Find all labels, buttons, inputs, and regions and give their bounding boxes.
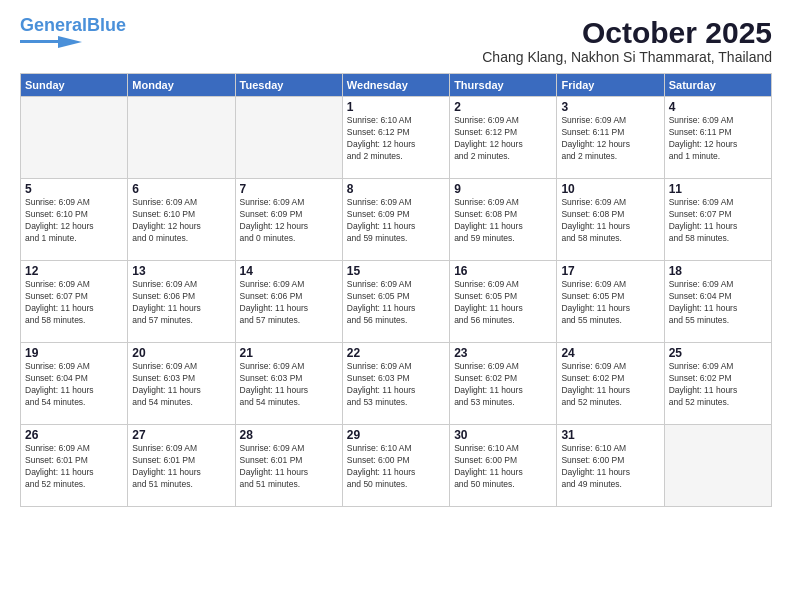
header-friday: Friday [557,74,664,97]
logo: GeneralBlue [20,16,126,48]
day-number: 28 [240,428,338,442]
day-number: 1 [347,100,445,114]
day-info: Sunrise: 6:09 AM Sunset: 6:03 PM Dayligh… [132,361,230,409]
calendar-cell-w1-d7: 4Sunrise: 6:09 AM Sunset: 6:11 PM Daylig… [664,97,771,179]
day-info: Sunrise: 6:09 AM Sunset: 6:01 PM Dayligh… [240,443,338,491]
logo-icon [20,34,82,48]
calendar-cell-w2-d2: 6Sunrise: 6:09 AM Sunset: 6:10 PM Daylig… [128,179,235,261]
logo-general: General [20,15,87,35]
day-info: Sunrise: 6:09 AM Sunset: 6:08 PM Dayligh… [561,197,659,245]
page: GeneralBlue October 2025 Chang Klang, Na… [0,0,792,612]
calendar-cell-w5-d3: 28Sunrise: 6:09 AM Sunset: 6:01 PM Dayli… [235,425,342,507]
day-number: 30 [454,428,552,442]
calendar-cell-w1-d4: 1Sunrise: 6:10 AM Sunset: 6:12 PM Daylig… [342,97,449,179]
calendar-cell-w5-d7 [664,425,771,507]
day-info: Sunrise: 6:09 AM Sunset: 6:03 PM Dayligh… [347,361,445,409]
header-thursday: Thursday [450,74,557,97]
calendar-cell-w1-d2 [128,97,235,179]
week-row-1: 1Sunrise: 6:10 AM Sunset: 6:12 PM Daylig… [21,97,772,179]
calendar-cell-w2-d1: 5Sunrise: 6:09 AM Sunset: 6:10 PM Daylig… [21,179,128,261]
day-info: Sunrise: 6:09 AM Sunset: 6:04 PM Dayligh… [25,361,123,409]
day-info: Sunrise: 6:09 AM Sunset: 6:01 PM Dayligh… [25,443,123,491]
calendar-cell-w2-d7: 11Sunrise: 6:09 AM Sunset: 6:07 PM Dayli… [664,179,771,261]
day-info: Sunrise: 6:09 AM Sunset: 6:03 PM Dayligh… [240,361,338,409]
calendar-cell-w2-d6: 10Sunrise: 6:09 AM Sunset: 6:08 PM Dayli… [557,179,664,261]
day-info: Sunrise: 6:09 AM Sunset: 6:09 PM Dayligh… [347,197,445,245]
week-row-2: 5Sunrise: 6:09 AM Sunset: 6:10 PM Daylig… [21,179,772,261]
day-number: 22 [347,346,445,360]
calendar-cell-w5-d6: 31Sunrise: 6:10 AM Sunset: 6:00 PM Dayli… [557,425,664,507]
calendar-header-row: Sunday Monday Tuesday Wednesday Thursday… [21,74,772,97]
calendar-cell-w5-d5: 30Sunrise: 6:10 AM Sunset: 6:00 PM Dayli… [450,425,557,507]
day-number: 24 [561,346,659,360]
day-number: 15 [347,264,445,278]
calendar-table: Sunday Monday Tuesday Wednesday Thursday… [20,73,772,507]
header-sunday: Sunday [21,74,128,97]
calendar-cell-w1-d3 [235,97,342,179]
calendar-cell-w1-d5: 2Sunrise: 6:09 AM Sunset: 6:12 PM Daylig… [450,97,557,179]
day-info: Sunrise: 6:09 AM Sunset: 6:08 PM Dayligh… [454,197,552,245]
day-info: Sunrise: 6:09 AM Sunset: 6:05 PM Dayligh… [347,279,445,327]
calendar-cell-w5-d4: 29Sunrise: 6:10 AM Sunset: 6:00 PM Dayli… [342,425,449,507]
day-number: 13 [132,264,230,278]
day-number: 31 [561,428,659,442]
day-number: 16 [454,264,552,278]
header-monday: Monday [128,74,235,97]
day-info: Sunrise: 6:09 AM Sunset: 6:02 PM Dayligh… [454,361,552,409]
day-info: Sunrise: 6:10 AM Sunset: 6:00 PM Dayligh… [454,443,552,491]
calendar-cell-w1-d1 [21,97,128,179]
day-info: Sunrise: 6:09 AM Sunset: 6:07 PM Dayligh… [25,279,123,327]
calendar-cell-w4-d1: 19Sunrise: 6:09 AM Sunset: 6:04 PM Dayli… [21,343,128,425]
day-info: Sunrise: 6:09 AM Sunset: 6:05 PM Dayligh… [454,279,552,327]
logo-blue: Blue [87,15,126,35]
day-info: Sunrise: 6:09 AM Sunset: 6:10 PM Dayligh… [25,197,123,245]
calendar-cell-w3-d3: 14Sunrise: 6:09 AM Sunset: 6:06 PM Dayli… [235,261,342,343]
day-number: 20 [132,346,230,360]
logo-text: GeneralBlue [20,16,126,34]
day-number: 7 [240,182,338,196]
day-number: 21 [240,346,338,360]
calendar-cell-w3-d2: 13Sunrise: 6:09 AM Sunset: 6:06 PM Dayli… [128,261,235,343]
day-number: 2 [454,100,552,114]
day-info: Sunrise: 6:09 AM Sunset: 6:12 PM Dayligh… [454,115,552,163]
day-info: Sunrise: 6:10 AM Sunset: 6:00 PM Dayligh… [347,443,445,491]
day-info: Sunrise: 6:09 AM Sunset: 6:02 PM Dayligh… [561,361,659,409]
day-info: Sunrise: 6:09 AM Sunset: 6:01 PM Dayligh… [132,443,230,491]
day-info: Sunrise: 6:09 AM Sunset: 6:11 PM Dayligh… [561,115,659,163]
calendar-cell-w4-d5: 23Sunrise: 6:09 AM Sunset: 6:02 PM Dayli… [450,343,557,425]
day-number: 14 [240,264,338,278]
day-info: Sunrise: 6:10 AM Sunset: 6:00 PM Dayligh… [561,443,659,491]
week-row-4: 19Sunrise: 6:09 AM Sunset: 6:04 PM Dayli… [21,343,772,425]
calendar-cell-w1-d6: 3Sunrise: 6:09 AM Sunset: 6:11 PM Daylig… [557,97,664,179]
calendar-cell-w3-d6: 17Sunrise: 6:09 AM Sunset: 6:05 PM Dayli… [557,261,664,343]
day-info: Sunrise: 6:09 AM Sunset: 6:06 PM Dayligh… [132,279,230,327]
day-number: 19 [25,346,123,360]
svg-rect-0 [20,40,58,43]
calendar-cell-w4-d4: 22Sunrise: 6:09 AM Sunset: 6:03 PM Dayli… [342,343,449,425]
day-info: Sunrise: 6:09 AM Sunset: 6:11 PM Dayligh… [669,115,767,163]
day-number: 18 [669,264,767,278]
month-title: October 2025 [482,16,772,49]
day-info: Sunrise: 6:09 AM Sunset: 6:07 PM Dayligh… [669,197,767,245]
day-info: Sunrise: 6:09 AM Sunset: 6:09 PM Dayligh… [240,197,338,245]
calendar-cell-w5-d1: 26Sunrise: 6:09 AM Sunset: 6:01 PM Dayli… [21,425,128,507]
calendar-cell-w3-d5: 16Sunrise: 6:09 AM Sunset: 6:05 PM Dayli… [450,261,557,343]
calendar-cell-w4-d7: 25Sunrise: 6:09 AM Sunset: 6:02 PM Dayli… [664,343,771,425]
calendar-cell-w3-d7: 18Sunrise: 6:09 AM Sunset: 6:04 PM Dayli… [664,261,771,343]
day-info: Sunrise: 6:09 AM Sunset: 6:02 PM Dayligh… [669,361,767,409]
day-number: 4 [669,100,767,114]
header-tuesday: Tuesday [235,74,342,97]
day-number: 3 [561,100,659,114]
week-row-3: 12Sunrise: 6:09 AM Sunset: 6:07 PM Dayli… [21,261,772,343]
calendar-cell-w4-d6: 24Sunrise: 6:09 AM Sunset: 6:02 PM Dayli… [557,343,664,425]
day-info: Sunrise: 6:10 AM Sunset: 6:12 PM Dayligh… [347,115,445,163]
header-saturday: Saturday [664,74,771,97]
calendar-cell-w2-d4: 8Sunrise: 6:09 AM Sunset: 6:09 PM Daylig… [342,179,449,261]
header-wednesday: Wednesday [342,74,449,97]
day-info: Sunrise: 6:09 AM Sunset: 6:04 PM Dayligh… [669,279,767,327]
calendar-cell-w5-d2: 27Sunrise: 6:09 AM Sunset: 6:01 PM Dayli… [128,425,235,507]
calendar-cell-w4-d2: 20Sunrise: 6:09 AM Sunset: 6:03 PM Dayli… [128,343,235,425]
svg-marker-1 [58,36,82,48]
day-number: 25 [669,346,767,360]
subtitle: Chang Klang, Nakhon Si Thammarat, Thaila… [482,49,772,65]
